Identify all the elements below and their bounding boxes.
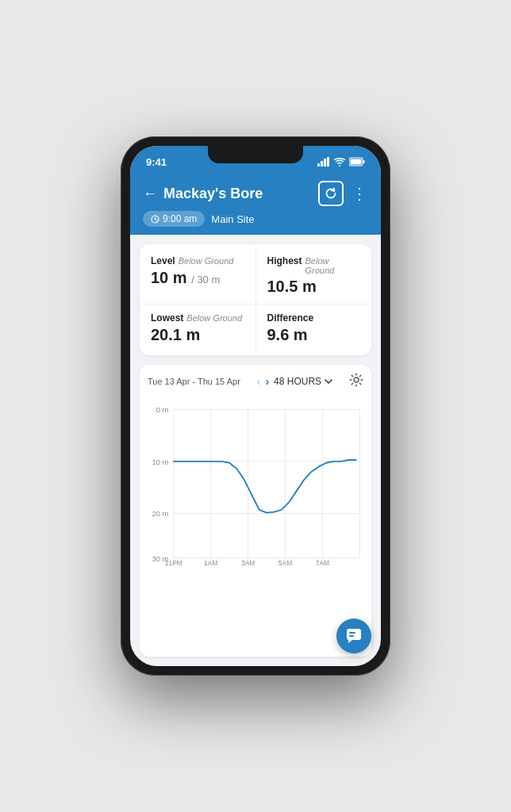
svg-rect-2 — [324, 159, 326, 167]
page-title: Mackay's Bore — [163, 186, 263, 202]
stat-highest: Highest Below Ground 10.5 m — [256, 247, 372, 304]
svg-rect-30 — [349, 635, 354, 637]
chart-area: 0 m 10 m 20 m 30 m 11PM 1AM 3AM 5AM 7AM — [148, 396, 363, 571]
time-badge[interactable]: 9:00 am — [143, 211, 205, 227]
stat-level-value: 10 m / 30 m — [151, 269, 244, 287]
time-select[interactable]: 48 HOURS — [274, 376, 332, 387]
notch — [208, 146, 303, 163]
stats-card: Level Below Ground 10 m / 30 m Highest B… — [140, 244, 371, 355]
svg-text:0 m: 0 m — [156, 406, 169, 414]
svg-text:10 m: 10 m — [152, 458, 168, 466]
svg-rect-3 — [327, 157, 329, 167]
stats-row-2: Lowest Below Ground 20.1 m Difference 9.… — [140, 304, 371, 352]
svg-text:7AM: 7AM — [316, 559, 329, 567]
svg-point-8 — [354, 377, 359, 382]
stat-lowest: Lowest Below Ground 20.1 m — [140, 304, 256, 352]
stat-highest-label: Highest Below Ground — [267, 255, 361, 275]
chart-controls: Tue 13 Apr - Thu 15 Apr ‹ › 48 HOURS — [148, 373, 363, 390]
svg-text:20 m: 20 m — [152, 510, 168, 518]
svg-rect-5 — [363, 160, 365, 163]
chart-section: Tue 13 Apr - Thu 15 Apr ‹ › 48 HOURS — [140, 365, 371, 657]
date-range: Tue 13 Apr - Thu 15 Apr — [148, 377, 240, 386]
chart-nav: ‹ › 48 HOURS — [257, 375, 332, 388]
chart-svg: 0 m 10 m 20 m 30 m 11PM 1AM 3AM 5AM 7AM — [148, 396, 363, 571]
content: Level Below Ground 10 m / 30 m Highest B… — [130, 235, 381, 666]
svg-rect-6 — [351, 159, 362, 165]
header-top: ← Mackay's Bore ⋮ — [143, 181, 368, 206]
chat-fab[interactable] — [336, 619, 371, 653]
status-time: 9:41 — [146, 156, 167, 168]
phone-screen: 9:41 — [130, 146, 381, 666]
header-sub: 9:00 am Main Site — [143, 211, 368, 227]
header: ← Mackay's Bore ⋮ — [130, 174, 381, 235]
chevron-down-icon — [325, 379, 332, 385]
time-badge-text: 9:00 am — [163, 213, 197, 224]
next-button[interactable]: › — [265, 375, 269, 388]
svg-rect-0 — [317, 163, 320, 167]
refresh-icon — [325, 187, 337, 200]
svg-rect-1 — [321, 161, 323, 167]
chat-icon — [345, 627, 363, 645]
header-actions: ⋮ — [318, 181, 368, 206]
more-button[interactable]: ⋮ — [352, 184, 368, 203]
gear-icon — [349, 373, 363, 387]
stat-difference: Difference 9.6 m — [256, 304, 372, 352]
site-label: Main Site — [211, 213, 254, 225]
prev-button[interactable]: ‹ — [257, 375, 261, 388]
stat-highest-value: 10.5 m — [267, 278, 361, 296]
stat-lowest-label: Lowest Below Ground — [151, 312, 244, 324]
status-icons — [317, 157, 365, 167]
stat-difference-label: Difference — [267, 312, 361, 324]
svg-text:5AM: 5AM — [279, 559, 292, 567]
svg-text:11PM: 11PM — [165, 559, 182, 567]
back-button[interactable]: ← — [143, 186, 157, 202]
signal-icon — [317, 157, 330, 167]
stat-level-label: Level Below Ground — [151, 255, 244, 266]
clock-icon — [151, 215, 159, 224]
battery-icon — [349, 157, 365, 167]
stat-level: Level Below Ground 10 m / 30 m — [140, 247, 256, 304]
stats-row-1: Level Below Ground 10 m / 30 m Highest B… — [140, 247, 371, 304]
stat-lowest-value: 20.1 m — [151, 326, 244, 344]
svg-rect-29 — [349, 632, 355, 634]
phone-frame: 9:41 — [121, 136, 390, 676]
refresh-button[interactable] — [318, 181, 344, 206]
svg-text:3AM: 3AM — [241, 559, 255, 567]
stat-difference-value: 9.6 m — [267, 326, 361, 344]
svg-rect-28 — [347, 629, 361, 640]
settings-button[interactable] — [349, 373, 363, 390]
wifi-icon — [334, 158, 345, 167]
svg-text:1AM: 1AM — [204, 559, 217, 567]
header-left: ← Mackay's Bore — [143, 186, 263, 202]
